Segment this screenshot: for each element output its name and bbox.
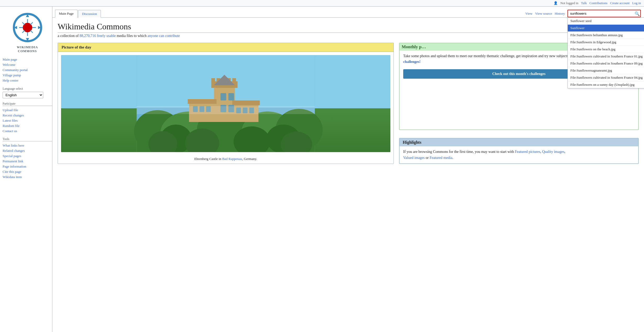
featured-pictures-link[interactable]: Featured pictures bbox=[515, 150, 540, 154]
quality-images-link[interactable]: Quality images bbox=[542, 150, 564, 154]
main-area: Main Page Discussion View View source Hi… bbox=[52, 7, 644, 332]
potd-caption: Ehrenberg Castle in Bad Rappenau, German… bbox=[58, 155, 394, 164]
sidebar: WIKIMEDIACOMMONS Main page Welcome Commu… bbox=[0, 7, 52, 332]
highlights-box: Highlights If you are browsing Commons f… bbox=[399, 138, 639, 164]
autocomplete-item[interactable]: File:Sunflowers helianthus annuus.jpg bbox=[568, 32, 644, 39]
tab-bar: Main Page Discussion View View source Hi… bbox=[52, 7, 644, 18]
tools-heading: Tools bbox=[3, 137, 52, 141]
autocomplete-item[interactable]: File:Sunflowers cultivated in Southern F… bbox=[568, 74, 644, 81]
sidebar-item-special-pages[interactable]: Special pages bbox=[3, 153, 52, 159]
tabs-left: Main Page Discussion bbox=[55, 10, 522, 17]
valued-images-link[interactable]: Valued images bbox=[403, 156, 425, 160]
sidebar-item-latest-files[interactable]: Latest files bbox=[3, 118, 52, 123]
participate-heading: Participate bbox=[3, 102, 52, 106]
logo-text: WIKIMEDIACOMMONS bbox=[3, 45, 52, 53]
search-input[interactable] bbox=[567, 10, 641, 17]
autocomplete-item[interactable]: File:Sunflowers in Edgewood.jpg bbox=[568, 39, 644, 46]
autocomplete-dropdown: Sunflower seed Sunflower File:Sunflowers… bbox=[567, 17, 644, 88]
wikimedia-commons-logo-icon bbox=[12, 12, 43, 43]
contribute-link[interactable]: anyone can contribute bbox=[148, 34, 180, 38]
sidebar-logo: WIKIMEDIACOMMONS bbox=[3, 9, 52, 57]
page-wrapper: WIKIMEDIACOMMONS Main page Welcome Commu… bbox=[0, 7, 644, 332]
sidebar-item-permanent-link[interactable]: Permanent link bbox=[3, 159, 52, 164]
tab-view-source[interactable]: View source bbox=[535, 12, 552, 16]
top-bar: 👤 Not logged in Talk Contributions Creat… bbox=[0, 0, 644, 7]
not-logged-in-text: Not logged in bbox=[560, 1, 578, 5]
svg-line-12 bbox=[30, 22, 33, 25]
svg-rect-50 bbox=[137, 106, 315, 114]
autocomplete-item[interactable]: File:Sunflowersagnaneamt.jpg bbox=[568, 67, 644, 74]
highlights-body: If you are browsing Commons for the firs… bbox=[400, 146, 638, 163]
svg-rect-24 bbox=[211, 78, 215, 82]
tab-main-page[interactable]: Main Page bbox=[55, 10, 78, 18]
monthly-body-text: Take some photos and upload them to meet… bbox=[403, 54, 570, 58]
sidebar-item-wikidata-item[interactable]: Wikidata item bbox=[3, 174, 52, 180]
sidebar-item-upload-file[interactable]: Upload file bbox=[3, 108, 52, 113]
sidebar-item-community-portal[interactable]: Community portal bbox=[3, 67, 52, 73]
user-icon: 👤 bbox=[554, 1, 558, 5]
count-link[interactable]: 88,270,716 freely usable bbox=[80, 34, 116, 38]
caption-link[interactable]: Bad Rappenau bbox=[222, 157, 242, 161]
autocomplete-item[interactable]: File:Sunflowers cultivated in Southern F… bbox=[568, 53, 644, 60]
sidebar-item-related-changes[interactable]: Related changes bbox=[3, 148, 52, 153]
sidebar-item-help-center[interactable]: Help center bbox=[3, 78, 52, 83]
search-box-wrapper: 🔍 Sunflower seed Sunflower File:Sunflowe… bbox=[567, 10, 641, 17]
search-button[interactable]: 🔍 bbox=[635, 11, 640, 16]
potd-section: Picture of the day bbox=[58, 43, 639, 164]
svg-rect-30 bbox=[188, 99, 217, 104]
page-title: Wikimedia Commons bbox=[58, 22, 639, 33]
language-select-section: Language select English Deutsch Español … bbox=[3, 87, 52, 98]
castle-image bbox=[61, 55, 390, 152]
potd-header: Picture of the day bbox=[58, 43, 394, 52]
page-content: Wikimedia Commons a collection of 88,270… bbox=[52, 18, 644, 168]
tab-history[interactable]: History bbox=[555, 12, 565, 16]
svg-rect-32 bbox=[232, 100, 260, 105]
autocomplete-item-highlighted[interactable]: Sunflower bbox=[568, 25, 644, 32]
search-container: 🔍 Sunflower seed Sunflower File:Sunflowe… bbox=[567, 10, 641, 17]
svg-line-13 bbox=[22, 30, 25, 33]
language-select[interactable]: English Deutsch Español Français 日本語 bbox=[3, 92, 43, 98]
talk-link[interactable]: Talk bbox=[581, 1, 587, 5]
sidebar-tools: Tools What links here Related changes Sp… bbox=[3, 137, 52, 180]
sidebar-item-cite-this-page[interactable]: Cite this page bbox=[3, 169, 52, 174]
autocomplete-item[interactable]: File:Sunflowers cultivated in Southern F… bbox=[568, 60, 644, 67]
potd-image-area bbox=[58, 52, 394, 155]
page-subtitle: a collection of 88,270,716 freely usable… bbox=[58, 34, 639, 38]
sidebar-nav: Main page Welcome Community portal Villa… bbox=[3, 57, 52, 83]
log-in-link[interactable]: Log in bbox=[632, 1, 641, 5]
autocomplete-item[interactable]: File:Sunflowers on a sunny day (Unsplash… bbox=[568, 81, 644, 88]
sidebar-item-main-page[interactable]: Main page bbox=[3, 57, 52, 62]
sidebar-item-welcome[interactable]: Welcome bbox=[3, 62, 52, 67]
language-select-label: Language select bbox=[3, 87, 52, 91]
svg-rect-28 bbox=[232, 78, 236, 82]
tabs-right: View View source History 🔍 Sunflower see… bbox=[522, 10, 644, 17]
tab-view[interactable]: View bbox=[525, 12, 532, 16]
sidebar-participate: Participate Upload file Recent changes L… bbox=[3, 102, 52, 134]
svg-rect-22 bbox=[214, 85, 235, 122]
potd-box: Picture of the day bbox=[58, 43, 394, 164]
svg-rect-34 bbox=[228, 93, 234, 100]
sidebar-item-random-file[interactable]: Random file bbox=[3, 123, 52, 128]
contributions-link[interactable]: Contributions bbox=[590, 1, 608, 5]
highlights-title: Highlights bbox=[400, 138, 638, 146]
sidebar-item-village-pump[interactable]: Village pump bbox=[3, 73, 52, 78]
svg-rect-33 bbox=[221, 93, 226, 100]
svg-line-11 bbox=[22, 22, 25, 25]
autocomplete-item[interactable]: File:Sunflowers on the beach.jpg bbox=[568, 46, 644, 53]
autocomplete-item[interactable]: Sunflower seed bbox=[568, 18, 644, 25]
sidebar-item-page-information[interactable]: Page information bbox=[3, 164, 52, 169]
featured-media-link[interactable]: Featured media bbox=[430, 156, 452, 160]
sidebar-item-contact-us[interactable]: Contact us bbox=[3, 128, 52, 134]
sidebar-item-what-links-here[interactable]: What links here bbox=[3, 143, 52, 148]
create-account-link[interactable]: Create account bbox=[610, 1, 630, 5]
tab-discussion[interactable]: Discussion bbox=[78, 10, 101, 18]
sidebar-item-recent-changes[interactable]: Recent changes bbox=[3, 113, 52, 118]
svg-line-10 bbox=[30, 30, 33, 33]
